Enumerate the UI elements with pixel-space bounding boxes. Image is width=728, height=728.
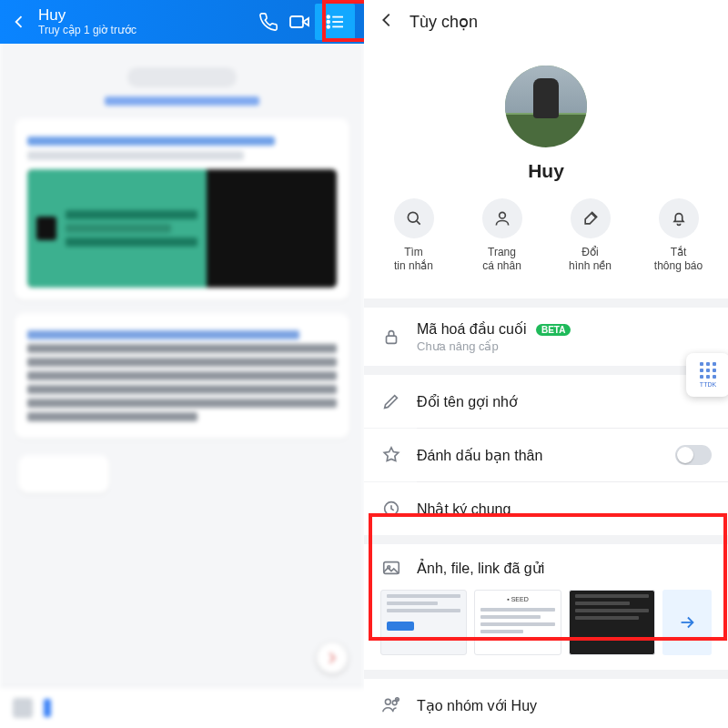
mutual-journal-item[interactable]: Nhật ký chung (364, 482, 728, 535)
media-thumb[interactable] (569, 590, 655, 655)
svg-point-14 (385, 699, 390, 704)
item-title: Mã hoá đầu cuối (417, 321, 527, 337)
best-friend-item[interactable]: Đánh dấu bạn thân (364, 429, 728, 481)
lock-icon (380, 326, 402, 348)
svg-rect-0 (290, 16, 303, 27)
pencil-icon (380, 390, 402, 412)
create-group-item[interactable]: Tạo nhóm với Huy (364, 679, 728, 728)
change-wallpaper-action[interactable]: Đổi hình nền (553, 198, 628, 273)
contact-name: Huy (38, 7, 253, 25)
mute-notifications-action[interactable]: Tắt thông báo (642, 198, 716, 273)
svg-point-5 (327, 25, 329, 28)
scroll-down-button[interactable] (317, 642, 348, 673)
image-icon (380, 557, 402, 579)
chat-pane (0, 0, 364, 728)
profile-name: Huy (364, 160, 728, 182)
media-thumbnails: ▪ SEED (380, 590, 712, 655)
item-title: Đổi tên gợi nhớ (417, 393, 712, 410)
clock-icon (380, 498, 402, 520)
item-title: Ảnh, file, link đã gửi (417, 560, 544, 577)
action-label: Đổi hình nền (553, 246, 628, 273)
item-title: Nhật ký chung (417, 500, 712, 518)
video-call-icon[interactable] (284, 6, 315, 37)
options-header: Tùy chọn (364, 0, 728, 44)
media-thumb[interactable]: ▪ SEED (474, 590, 561, 655)
back-icon[interactable] (377, 10, 397, 34)
action-label: Tìm tin nhắn (377, 246, 451, 273)
search-messages-action[interactable]: Tìm tin nhắn (377, 198, 451, 273)
brush-icon (571, 198, 611, 238)
view-all-media-button[interactable] (662, 590, 712, 655)
chat-input-bar[interactable] (0, 686, 364, 728)
options-title: Tùy chọn (410, 12, 478, 32)
person-icon (482, 198, 522, 238)
group-add-icon (380, 694, 402, 716)
chat-header: Huy Truy cập 1 giờ trước (0, 0, 364, 44)
encryption-item[interactable]: Mã hoá đầu cuối BETA Chưa nâng cấp (364, 308, 728, 366)
item-title: Đánh dấu bạn thân (417, 447, 661, 464)
action-label: Tắt thông báo (642, 246, 716, 273)
chat-bubble (15, 118, 349, 300)
svg-point-9 (499, 212, 505, 218)
contact-status: Truy cập 1 giờ trước (38, 24, 253, 36)
profile-section: Huy Tìm tin nhắn Trang cá nhân (364, 44, 728, 298)
options-pane: Tùy chọn Huy Tìm tin nhắn Trang cá nhân (364, 0, 728, 728)
svg-rect-10 (387, 336, 397, 343)
item-subtitle: Chưa nâng cấp (417, 339, 712, 353)
rename-item[interactable]: Đổi tên gợi nhớ (364, 375, 728, 428)
item-title: Tạo nhóm với Huy (417, 697, 712, 714)
chat-bubble (18, 455, 109, 493)
options-menu-button[interactable] (315, 4, 355, 40)
svg-line-8 (416, 221, 420, 225)
bell-icon (659, 198, 699, 238)
beta-badge: BETA (536, 324, 571, 336)
avatar[interactable] (505, 66, 587, 147)
best-friend-toggle[interactable] (675, 445, 712, 465)
search-icon (394, 198, 434, 238)
profile-page-action[interactable]: Trang cá nhân (465, 198, 540, 273)
svg-point-7 (408, 212, 418, 222)
badge-label: TTDK (700, 381, 716, 388)
shared-media-item[interactable]: Ảnh, file, link đã gửi ▪ SEED (364, 544, 728, 670)
back-icon[interactable] (9, 12, 29, 32)
chat-bubble (15, 313, 349, 439)
svg-point-3 (327, 21, 329, 24)
media-thumb[interactable] (380, 590, 467, 655)
action-label: Trang cá nhân (465, 246, 540, 273)
star-icon (380, 444, 402, 466)
svg-point-1 (327, 15, 329, 18)
call-icon[interactable] (253, 6, 284, 37)
floating-app-badge[interactable]: TTDK (686, 353, 728, 397)
